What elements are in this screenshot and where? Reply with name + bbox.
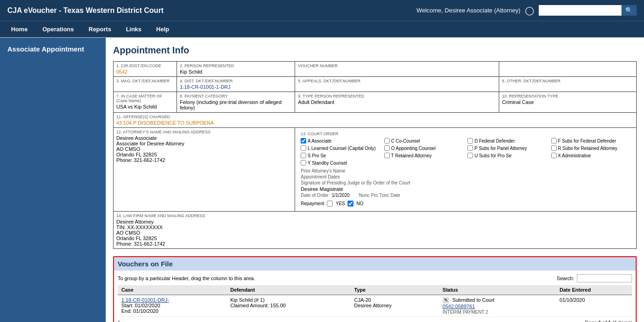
cb-l-input[interactable]: [301, 145, 306, 151]
field3-label: VOUCHER NUMBER: [298, 63, 496, 68]
page-title: Appointment Info: [113, 45, 637, 56]
search-bar[interactable]: 🔍: [539, 5, 637, 16]
col-date: Date Entered: [556, 285, 632, 295]
field4-label: 3. MAG. DKT./DEF.NUMBER: [116, 79, 174, 83]
attorney-label: 12. ATTORNEY'S NAME AND MAILING ADDRESS: [116, 130, 292, 134]
firm-phone: Phone: 321-662-1742: [116, 241, 165, 247]
vouchers-grid: Case Defendant Type Status Date Entered …: [118, 285, 632, 317]
attorney-name: Desiree Associate: [116, 135, 292, 141]
start-date: Start: 01/02/2020: [121, 303, 160, 308]
attorney-line4: Orlando FL 32825: [116, 152, 292, 157]
cb-s-label: S Pro Se: [308, 153, 326, 158]
cb-c: C Co-Counsel: [384, 138, 464, 144]
date-order-label: Date of Order: [301, 193, 329, 198]
group-hint: To group by a particular Header, drag th…: [118, 276, 255, 281]
field1-label: 1. CIR./DIST./DIV.CODE: [116, 63, 174, 68]
cb-s: S Pro Se: [301, 153, 380, 158]
cb-u: U Subs for Pro Se: [467, 153, 547, 158]
defendant-name: Kip Schild (# 1): [230, 297, 265, 303]
cb-u-label: U Subs for Pro Se: [474, 153, 512, 158]
cb-f: F Subs for Federal Defender: [551, 138, 631, 144]
search-input[interactable]: [539, 5, 621, 16]
col-case: Case: [118, 285, 227, 295]
type-name: Desiree Attorney: [354, 303, 392, 308]
date-entered: 01/10/2020: [559, 297, 585, 303]
nunc-label: Nunc Pro Tunc Date: [359, 193, 400, 198]
field5-label: 4. DIST. DKT./DEF.NUMBER: [180, 79, 292, 83]
repayment-yes-label: YES: [336, 201, 345, 206]
cb-x-input[interactable]: [551, 153, 557, 158]
main-layout: Associate Appointment Appointment Info 1…: [0, 38, 644, 322]
repayment-yes-checkbox[interactable]: [327, 201, 333, 207]
sidebar-title: Associate Appointment: [7, 45, 98, 53]
type-code: CJA-20: [354, 297, 371, 303]
cb-d-input[interactable]: [467, 138, 473, 144]
cb-l: L Learned Counsel (Capital Only): [301, 145, 380, 151]
table-row: 1:18-CR-01001-DRJ- Start: 01/02/2020 End…: [118, 295, 632, 317]
welcome-text: Welcome, Desiree Associate (Attorney): [416, 7, 520, 14]
cell-defendant: Kip Schild (# 1) Claimed Amount: 155.00: [227, 295, 351, 317]
cb-t: T Retained Attorney: [384, 153, 464, 158]
voucher-search-input[interactable]: [577, 274, 632, 282]
cell-date: 01/10/2020: [556, 295, 632, 317]
signature-value: Desiree Magistrate: [301, 186, 343, 192]
field6-label: 5. APPEALS. DKT./DEF.NUMBER: [298, 79, 496, 83]
nav-help[interactable]: Help: [149, 21, 177, 37]
sidebar: Associate Appointment: [0, 38, 106, 322]
cb-x-label: X Administrative: [558, 153, 591, 158]
field12-value: 43:104.P DISOBEDIENCE TO SUBPOENA: [116, 120, 214, 126]
cb-c-label: C Co-Counsel: [391, 138, 420, 144]
cb-l-label: L Learned Counsel (Capital Only): [308, 146, 376, 151]
cb-u-input[interactable]: [467, 153, 473, 158]
footer-page-info: Page 1 of 1 (1 items): [585, 320, 632, 322]
cb-d: D Federal Defender: [467, 138, 547, 144]
firm-tin: TIN: XX-XXXXXXXX: [116, 224, 165, 230]
cb-r-input[interactable]: [551, 145, 557, 151]
cb-o-input[interactable]: [384, 145, 390, 151]
court-order-section: 13. COURT ORDER A Associate C Co-Counsel: [298, 130, 633, 209]
repayment-no-checkbox[interactable]: [348, 201, 353, 207]
top-bar: CJA eVoucher - Texas Western District Co…: [0, 0, 644, 21]
user-icon: ◯: [525, 6, 534, 16]
field12-label: 11. OFFENSE(S) CHARGED: [116, 115, 633, 119]
top-bar-right: Welcome, Desiree Associate (Attorney) ◯ …: [416, 5, 637, 16]
field1-value: 0542: [116, 69, 127, 75]
interim-badge: INTERIM PAYMENT 2: [443, 310, 488, 315]
nav-operations[interactable]: Operations: [35, 21, 81, 37]
field9-value: Felony (including pre-trial diversion of…: [180, 99, 281, 110]
search-label: Search:: [557, 276, 574, 281]
cb-s-input[interactable]: [301, 153, 306, 158]
cb-p-input[interactable]: [467, 145, 473, 151]
attorney-phone: Phone: 321-662-1742: [116, 157, 292, 163]
cb-r-label: R Subs for Retained Attorney: [558, 146, 618, 151]
case-link[interactable]: 1:18-CR-01001-DRJ-: [121, 297, 169, 303]
cb-c-input[interactable]: [384, 138, 390, 144]
search-button[interactable]: 🔍: [621, 5, 637, 16]
nav-links[interactable]: Links: [119, 21, 149, 37]
field7-label: 6. OTHER. DKT./DEF.NUMBER: [502, 79, 633, 83]
firm-line3: AO CMSO: [116, 230, 165, 236]
field2-label: 2. PERSON REPRESENTED: [180, 63, 292, 68]
cb-f-input[interactable]: [551, 138, 557, 144]
cb-t-label: T Retained Attorney: [391, 153, 432, 158]
cb-y-input[interactable]: [301, 160, 306, 166]
cb-f-label: F Subs for Federal Defender: [558, 138, 616, 144]
field8-label: 7. IN CASE MATTER OF (Case Name): [116, 94, 174, 103]
field10-value: Adult Defendant: [298, 99, 334, 105]
vouchers-footer: 1 Page 1 of 1 (1 items): [118, 320, 632, 322]
appointment-table: 1. CIR./DIST./DIV.CODE 0542 2. PERSON RE…: [113, 61, 637, 249]
status-ref-link[interactable]: 0542.0589761: [443, 304, 475, 309]
col-status: Status: [439, 285, 556, 295]
cb-a-input[interactable]: [301, 138, 306, 144]
cell-status: ✎ Submitted to Court 0542.0589761 INTERI…: [439, 295, 556, 317]
nav-reports[interactable]: Reports: [81, 21, 119, 37]
col-defendant: Defendant: [227, 285, 351, 295]
edit-icon[interactable]: ✎: [443, 297, 449, 304]
footer-page-number: 1: [118, 320, 120, 322]
cb-a-label: A Associate: [308, 138, 331, 144]
nav-home[interactable]: Home: [4, 21, 35, 37]
cell-case: 1:18-CR-01001-DRJ- Start: 01/02/2020 End…: [118, 295, 227, 317]
cb-o: O Appointing Counsel: [384, 145, 464, 151]
cb-t-input[interactable]: [384, 153, 390, 158]
signature-label: Signature of Presiding Judge or By Order…: [301, 180, 410, 185]
